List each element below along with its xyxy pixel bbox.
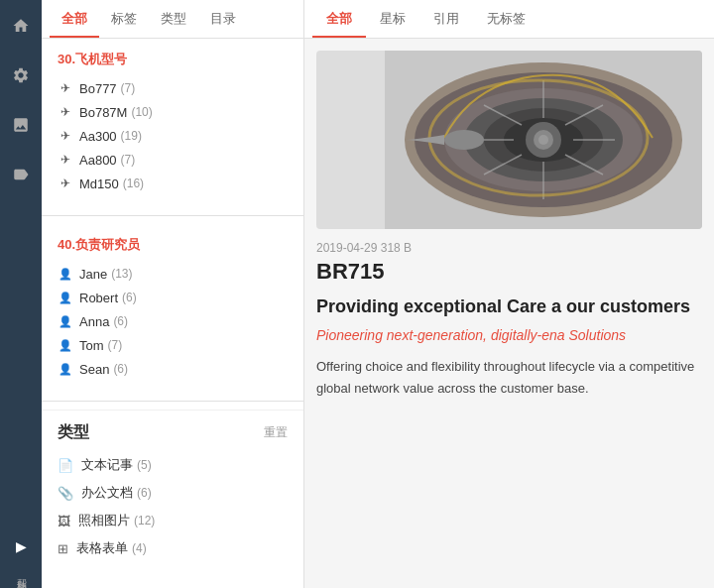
sidebar-vertical-label: 帮助功能 [14,570,28,578]
count-robert: (6) [122,291,137,304]
count-aa300: (19) [121,129,142,143]
left-tab-bar: 全部 标签 类型 目录 [42,0,303,39]
content-area: 2019-04-29 318 B BR715 Providing excepti… [304,39,714,588]
right-tab-starred[interactable]: 星标 [366,0,419,38]
type-photo[interactable]: 🖼 照相图片 (12) [58,507,288,534]
tag-icon[interactable] [5,159,37,190]
plane-item-bo777[interactable]: ✈ Bo777 (7) [58,76,288,100]
person-icon-sean: 👤 [58,361,73,377]
person-icon-robert: 👤 [58,290,73,305]
engine-svg [316,51,702,229]
svg-point-19 [444,130,484,150]
divider-2 [42,401,303,402]
article-heading: Providing exceptional Care a our custome… [316,296,702,317]
article-subtitle: Pioneering next-generation, digitally-en… [316,325,702,346]
tab-catalog[interactable]: 目录 [198,0,248,38]
photo-icon: 🖼 [58,514,70,529]
tab-type[interactable]: 类型 [149,0,198,38]
plane-item-md150[interactable]: ✈ Md150 (16) [58,172,288,195]
plane-icon-bo777: ✈ [58,80,73,96]
count-bo787m: (10) [131,105,152,119]
researcher-tom[interactable]: 👤 Tom (7) [58,333,288,357]
sidebar-bottom: ▶ 帮助功能 [5,530,37,578]
plane-icon-bo787m: ✈ [58,104,73,120]
type-table[interactable]: ⊞ 表格表单 (4) [58,534,288,562]
person-icon-jane: 👤 [58,266,73,282]
main-content: 全部 标签 类型 目录 30.飞机型号 ✈ Bo777 (7) ✈ Bo787M… [42,0,714,588]
plane-icon-aa300: ✈ [58,128,73,144]
right-tab-all[interactable]: 全部 [312,0,366,38]
count-text-note: (5) [137,458,152,472]
divider-1 [42,215,303,216]
arrow-right-icon[interactable]: ▶ [5,530,37,562]
count-photo: (12) [134,514,155,528]
text-note-icon: 📄 [58,458,73,473]
count-bo777: (7) [121,81,136,95]
svg-point-18 [538,135,548,145]
type-header: 类型 重置 [58,422,288,443]
plane-item-aa800[interactable]: ✈ Aa800 (7) [58,148,288,172]
right-panel: 全部 星标 引用 无标签 [304,0,714,588]
settings-icon[interactable] [5,59,37,91]
researcher-jane[interactable]: 👤 Jane (13) [58,262,288,286]
article-title: BR715 [316,259,702,285]
office-doc-icon: 📎 [58,486,73,501]
researcher-sean[interactable]: 👤 Sean (6) [58,357,288,381]
count-table: (4) [132,541,147,555]
person-icon-anna: 👤 [58,313,73,329]
home-icon[interactable] [5,10,37,42]
right-tab-cited[interactable]: 引用 [419,0,473,38]
tab-all[interactable]: 全部 [50,0,99,38]
count-tom: (7) [108,338,123,352]
researcher-filter-section: 40.负责研究员 👤 Jane (13) 👤 Robert (6) 👤 Anna… [42,224,303,393]
type-title: 类型 [58,422,89,443]
type-reset-button[interactable]: 重置 [264,424,288,441]
plane-icon-aa800: ✈ [58,152,73,168]
type-section: 类型 重置 📄 文本记事 (5) 📎 办公文档 (6) 🖼 照相图片 (12) … [42,410,303,574]
researcher-robert[interactable]: 👤 Robert (6) [58,286,288,309]
article-meta: 2019-04-29 318 B [316,241,702,255]
count-md150: (16) [123,176,144,190]
count-anna: (6) [113,314,128,328]
right-tab-untagged[interactable]: 无标签 [473,0,539,38]
count-jane: (13) [111,267,132,281]
count-sean: (6) [113,362,128,376]
sidebar: ▶ 帮助功能 [0,0,42,588]
researcher-section-title: 40.负责研究员 [58,236,288,254]
count-office-doc: (6) [137,486,152,500]
engine-illustration [385,51,702,229]
left-panel: 全部 标签 类型 目录 30.飞机型号 ✈ Bo777 (7) ✈ Bo787M… [42,0,304,588]
plane-filter-section: 30.飞机型号 ✈ Bo777 (7) ✈ Bo787M (10) ✈ Aa30… [42,39,303,207]
article-body: Offering choice and flexibility througho… [316,356,702,400]
plane-icon-md150: ✈ [58,176,73,191]
type-text-note[interactable]: 📄 文本记事 (5) [58,451,288,479]
count-aa800: (7) [121,153,136,167]
plane-item-bo787m[interactable]: ✈ Bo787M (10) [58,100,288,124]
type-office-doc[interactable]: 📎 办公文档 (6) [58,479,288,507]
plane-section-title: 30.飞机型号 [58,51,288,68]
image-icon[interactable] [5,109,37,141]
researcher-anna[interactable]: 👤 Anna (6) [58,309,288,333]
plane-item-aa300[interactable]: ✈ Aa300 (19) [58,124,288,148]
right-tab-bar: 全部 星标 引用 无标签 [304,0,714,39]
person-icon-tom: 👤 [58,337,73,353]
engine-image [316,51,702,229]
table-icon: ⊞ [58,541,68,556]
tab-tags[interactable]: 标签 [99,0,149,38]
